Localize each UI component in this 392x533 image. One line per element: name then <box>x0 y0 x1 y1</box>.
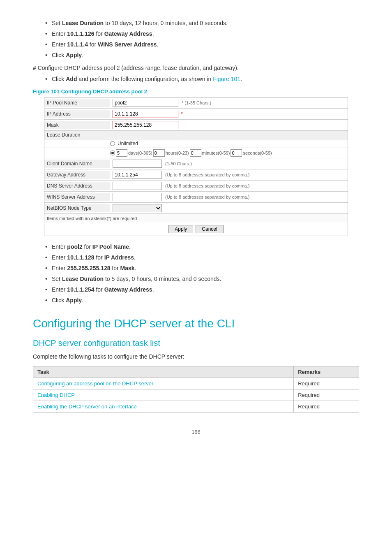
cancel-button[interactable]: Cancel <box>196 225 223 233</box>
click-add-list: Click Add and perform the following conf… <box>45 75 359 83</box>
netbios-value <box>110 203 348 213</box>
netbios-row: NetBIOS Node Type <box>44 203 348 214</box>
bullet-4: Click Apply. <box>45 51 359 60</box>
remarks-cell: Required <box>294 378 359 389</box>
bottom-bullet-list: Enter pool2 for IP Pool Name. Enter 10.1… <box>45 243 359 305</box>
page-number: 166 <box>33 429 359 435</box>
table-header-row: Task Remarks <box>33 366 359 378</box>
netbios-label: NetBIOS Node Type <box>44 204 110 212</box>
bold-pool2: pool2 <box>67 243 82 250</box>
button-row: Apply Cancel <box>44 222 348 236</box>
bold-gateway-label: Gateway Address <box>104 30 152 37</box>
gateway-row: Gateway Address (Up to 8 addresses separ… <box>44 169 348 181</box>
apply-button[interactable]: Apply <box>168 225 193 233</box>
ip-pool-name-input[interactable] <box>113 99 178 107</box>
intro-text: Complete the following tasks to configur… <box>33 352 359 361</box>
minutes-label: minutes(0-59) <box>202 151 230 155</box>
task-table: Task Remarks Configuring an address pool… <box>33 366 359 412</box>
remarks-cell: Required <box>294 389 359 401</box>
hash-note: # Configure DHCP address pool 2 (address… <box>33 64 359 72</box>
dns-row: DNS Server Address (Up to 8 addresses se… <box>44 181 348 192</box>
figure-title: Figure 101 Configuring DHCP address pool… <box>33 88 359 95</box>
bot-bullet-4: Set Lease Duration to 5 days, 0 hours, 0… <box>45 275 359 283</box>
wins-input[interactable] <box>113 193 162 201</box>
gateway-value: (Up to 8 addresses separated by comma.) <box>110 169 348 180</box>
seconds-input[interactable] <box>231 149 242 157</box>
task-link[interactable]: Configuring an address pool on the DHCP … <box>37 380 153 387</box>
ip-address-row: IP Address * <box>44 109 348 120</box>
bold-lease-duration: Lease Duration <box>62 20 104 26</box>
ip-pool-name-row: IP Pool Name * (1-35 Chars.) <box>44 97 348 109</box>
mask-value <box>110 120 348 130</box>
bold-gateway-ip: 10.1.1.126 <box>67 30 94 37</box>
task-table-body: Configuring an address pool on the DHCP … <box>33 378 359 412</box>
days-radio[interactable] <box>110 151 115 155</box>
client-domain-label: Client Domain Name <box>44 160 110 168</box>
bold-mask-label: Mask <box>120 265 135 271</box>
mask-row: Mask <box>44 120 348 131</box>
days-input[interactable] <box>116 149 127 157</box>
hours-label: hours(0-23) <box>166 151 189 155</box>
hours-input[interactable] <box>153 149 165 157</box>
client-domain-input[interactable] <box>113 160 162 168</box>
client-domain-row: Client Domain Name (1-50 Chars.) <box>44 158 348 169</box>
top-bullet-list: Set Lease Duration to 10 days, 12 hours,… <box>45 19 359 60</box>
bot-bullet-1: Enter pool2 for IP Pool Name. <box>45 243 359 251</box>
dns-input[interactable] <box>113 182 162 190</box>
bot-bullet-2: Enter 10.1.1.128 for IP Address. <box>45 253 359 262</box>
gateway-input[interactable] <box>113 171 162 179</box>
dns-value: (Up to 8 addresses separated by comma.) <box>110 181 348 191</box>
lease-duration-header: Lease Duration <box>44 131 348 139</box>
bot-bullet-5: Enter 10.1.1.254 for Gateway Address. <box>45 285 359 294</box>
table-row: Enabling DHCPRequired <box>33 389 359 401</box>
bullet-3: Enter 10.1.1.4 for WINS Server Address. <box>45 40 359 49</box>
bold-ip-128: 10.1.1.128 <box>67 254 94 261</box>
netbios-select[interactable] <box>113 204 162 212</box>
mask-input[interactable] <box>113 121 178 129</box>
col-task: Task <box>33 366 294 378</box>
dhcp-form: IP Pool Name * (1-35 Chars.) IP Address … <box>44 97 348 236</box>
ip-pool-name-value: * (1-35 Chars.) <box>110 97 348 108</box>
wins-value: (Up to 8 addresses separated by comma.) <box>110 192 348 202</box>
ip-address-value: * <box>110 109 348 119</box>
ip-address-star: * <box>181 111 183 117</box>
minutes-input[interactable] <box>190 149 201 157</box>
task-cell: Enabling the DHCP server on an interface <box>33 401 294 412</box>
task-link[interactable]: Enabling the DHCP server on an interface <box>37 403 137 410</box>
task-cell: Enabling DHCP <box>33 389 294 401</box>
wins-label: WINS Server Address <box>44 193 110 201</box>
ip-address-input[interactable] <box>113 110 178 118</box>
bullet-1: Set Lease Duration to 10 days, 12 hours,… <box>45 19 359 28</box>
unlimited-radio[interactable] <box>110 141 115 146</box>
bold-lease-dur-2: Lease Duration <box>62 276 104 282</box>
bold-gw-254: 10.1.1.254 <box>67 286 94 293</box>
task-cell: Configuring an address pool on the DHCP … <box>33 378 294 389</box>
bold-wins-label: WINS Server Address <box>98 41 157 48</box>
unlimited-row: Unlimited <box>44 139 348 148</box>
seconds-label: seconds(0-59) <box>243 151 272 155</box>
click-add-item: Click Add and perform the following conf… <box>45 75 359 83</box>
bold-mask-val: 255.255.255.128 <box>67 265 110 271</box>
task-link[interactable]: Enabling DHCP <box>37 392 75 398</box>
days-row: days(0-365) hours(0-23) minutes(0-59) se… <box>44 148 348 158</box>
ip-pool-name-label: IP Pool Name <box>44 99 110 107</box>
bold-apply-2: Apply <box>66 297 82 304</box>
bold-ip-pool-name: IP Pool Name <box>92 243 129 250</box>
table-row: Enabling the DHCP server on an interface… <box>33 401 359 412</box>
section-h1: Configuring the DHCP server at the CLI <box>33 317 359 330</box>
gateway-hint: (Up to 8 addresses separated by comma.) <box>165 172 249 177</box>
bot-bullet-3: Enter 255.255.255.128 for Mask. <box>45 264 359 273</box>
gateway-label: Gateway Address <box>44 171 110 179</box>
bot-bullet-6: Click Apply. <box>45 296 359 305</box>
bold-gw-label: Gateway Address <box>104 286 152 293</box>
figure-link: Figure 101 <box>213 76 240 82</box>
remarks-cell: Required <box>294 401 359 412</box>
dns-label: DNS Server Address <box>44 182 110 190</box>
unlimited-label: Unlimited <box>118 141 138 146</box>
mask-label: Mask <box>44 121 110 129</box>
ip-pool-name-hint: * (1-35 Chars.) <box>182 100 211 105</box>
ip-address-label: IP Address <box>44 110 110 118</box>
bold-ip-address-label: IP Address <box>104 254 134 261</box>
dns-hint: (Up to 8 addresses separated by comma.) <box>165 183 249 188</box>
wins-row: WINS Server Address (Up to 8 addresses s… <box>44 192 348 203</box>
